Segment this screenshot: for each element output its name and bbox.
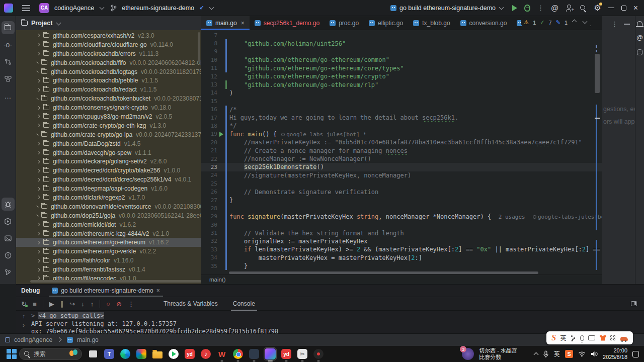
tab-main.go[interactable]: main.go×: [201, 16, 250, 30]
ime-pen-icon[interactable]: [571, 335, 576, 341]
tab-conversion.go[interactable]: conversion.go: [455, 16, 512, 30]
debug-view-tab-Console[interactable]: Console: [229, 298, 259, 309]
chrome-app-icon[interactable]: [232, 348, 244, 360]
tree-item[interactable]: github.com/cespare/xxhash/v2v2.3.0: [16, 31, 201, 40]
chevron-right-icon[interactable]: [37, 187, 40, 191]
youdao2-app-icon[interactable]: yd: [280, 348, 292, 360]
close-tab-icon[interactable]: ×: [241, 20, 245, 27]
youdao-app-icon[interactable]: yd: [184, 348, 196, 360]
tree-item[interactable]: github.com/DataDog/zstdv1.4.5: [16, 139, 201, 148]
teams-app-icon[interactable]: T: [103, 348, 115, 360]
git-toolwindow-button[interactable]: [2, 266, 15, 279]
code-line[interactable]: 15: [201, 97, 602, 105]
tree-item[interactable]: github.com/consensys/gnark-cryptov0.18.0: [16, 103, 201, 112]
ide-app-icon[interactable]: [264, 348, 276, 360]
window-minimize-button[interactable]: [608, 8, 614, 9]
prev-problem-icon[interactable]: [572, 20, 577, 25]
view-breakpoints-button[interactable]: ○: [106, 301, 110, 307]
settings-gear-icon[interactable]: ⚙: [594, 3, 601, 13]
tab-secp256k1_demo.go[interactable]: secp256k1_demo.go: [250, 16, 325, 30]
code-line[interactable]: 8 "github.com/holiman/uint256": [201, 39, 602, 47]
chevron-right-icon[interactable]: [37, 178, 40, 182]
code-line[interactable]: 20 //masterPrivateKeyHex := "0xb5d01c704…: [201, 138, 602, 146]
mute-breakpoints-button[interactable]: ⊘: [116, 301, 122, 307]
chevron-right-icon[interactable]: [37, 151, 40, 154]
step-into-button[interactable]: ↓: [81, 301, 85, 307]
speaker-icon[interactable]: [591, 351, 598, 357]
code-line[interactable]: 22 //nonceManager := NewNonceManager(): [201, 155, 602, 163]
notifications-bell-icon[interactable]: [637, 21, 642, 26]
dark-app-icon[interactable]: [248, 348, 260, 360]
code-line[interactable]: 32 originalHex := masterPrivateKeyHex: [201, 237, 602, 245]
chevron-down-icon[interactable]: [499, 5, 504, 10]
tree-item[interactable]: github.com/cockroachdb/logtagsv0.0.0-202…: [16, 67, 201, 76]
chevron-right-icon[interactable]: [37, 124, 40, 127]
ai-assistant-icon[interactable]: @: [551, 4, 558, 12]
branch-name[interactable]: ethereum-signature-demo: [122, 5, 194, 12]
terminal-toolwindow-button[interactable]: [2, 232, 15, 245]
ime-language-mode[interactable]: 英: [560, 334, 567, 342]
project-name[interactable]: codingAgence: [54, 5, 94, 12]
sports-score-widget[interactable]: 切尔西 - 水晶宫 比赛分数: [479, 347, 517, 360]
code-line[interactable]: 24 //signature(masterPrivateKeyHex, nonc…: [201, 171, 602, 179]
chevron-right-icon[interactable]: [37, 169, 40, 172]
code-line[interactable]: 35 }: [201, 262, 602, 270]
chevron-right-icon[interactable]: [37, 232, 40, 235]
chevron-right-icon[interactable]: [36, 206, 38, 208]
tree-item[interactable]: github.com/cpuguy83/go-md2man/v2v2.0.5: [16, 112, 201, 121]
tree-item[interactable]: github.com/fatih/colorv1.16.0: [16, 256, 201, 265]
run-toolwindow-button[interactable]: [2, 215, 15, 228]
rerun-button[interactable]: ↻: [21, 301, 27, 307]
step-over-button[interactable]: ↪: [69, 301, 75, 307]
chevron-right-icon[interactable]: [36, 70, 38, 72]
chevron-right-icon[interactable]: [36, 98, 38, 100]
code-line[interactable]: 27}: [201, 196, 602, 204]
debug-view-tab-Threads & Variables[interactable]: Threads & Variables: [159, 298, 222, 309]
tree-item[interactable]: github.com/cloudflare/cloudflare-gov0.11…: [16, 40, 201, 49]
chevron-right-icon[interactable]: [37, 88, 40, 92]
editor-scrollbar[interactable]: [595, 31, 601, 273]
scrollbar-thumb[interactable]: [595, 54, 600, 93]
run-configuration[interactable]: go build ethereum-signature-demo: [390, 5, 505, 12]
chevron-right-icon[interactable]: [37, 268, 40, 272]
ime-toolbox-icon[interactable]: [610, 335, 616, 341]
stop-button[interactable]: ■: [33, 301, 37, 307]
scroll-up-icon[interactable]: ↑: [22, 313, 25, 320]
ime-skin-icon[interactable]: [600, 335, 606, 341]
notifications-options-icon[interactable]: ⋮: [611, 20, 618, 28]
tree-item[interactable]: github.com/donovanhide/eventsourcev0.0.0…: [16, 202, 201, 211]
tree-item[interactable]: github.com/cockroachdb/redactv1.1.5: [16, 85, 201, 94]
tree-item[interactable]: github.com/deckarep/golang-set/v2v2.6.0: [16, 157, 201, 166]
code-line[interactable]: 14): [201, 89, 602, 97]
code-line[interactable]: 21 // Create a nonce manager for managin…: [201, 146, 602, 154]
chevron-right-icon[interactable]: [37, 196, 40, 199]
chevron-right-icon[interactable]: [37, 79, 40, 82]
wps-app-icon[interactable]: W: [216, 348, 228, 360]
input-language-indicator[interactable]: 英: [554, 350, 560, 358]
chevron-right-icon[interactable]: [37, 160, 40, 163]
code-line[interactable]: 7: [201, 31, 602, 39]
tree-item[interactable]: github.com/cockroachdb/pebblev1.1.5: [16, 76, 201, 85]
tree-item[interactable]: github.com/crate-crypto/go-eth-kzgv1.3.0: [16, 121, 201, 130]
debug-toolwindow-button[interactable]: [2, 198, 15, 211]
code-line[interactable]: 25: [201, 179, 602, 188]
recorder-app-icon[interactable]: [312, 348, 325, 360]
tray-overflow-icon[interactable]: [534, 352, 539, 357]
main-menu-icon[interactable]: [22, 5, 30, 11]
start-button[interactable]: [2, 348, 14, 360]
office-app-icon[interactable]: [135, 348, 147, 360]
ime-mic-icon[interactable]: [580, 335, 584, 341]
ime-keyboard-icon[interactable]: [588, 335, 595, 340]
tree-item[interactable]: github.com/ethereum/go-ethereumv1.16.2: [16, 238, 201, 247]
code-line[interactable]: 30: [201, 221, 602, 229]
edge-app-icon[interactable]: [119, 348, 131, 360]
pull-requests-button[interactable]: [2, 55, 15, 68]
tree-item[interactable]: github.com/decred/dcrd/dcrec/secp256k1/v…: [16, 175, 201, 184]
search-everywhere-icon[interactable]: [580, 5, 587, 12]
tree-horizontal-scrollbar[interactable]: [30, 280, 201, 283]
run-button[interactable]: [512, 5, 517, 11]
chevron-right-icon[interactable]: [37, 52, 40, 55]
tree-item[interactable]: github.com/crate-crypto/go-ipav0.0.0-202…: [16, 130, 201, 139]
statusbar-project[interactable]: codingAgence: [14, 336, 52, 343]
sports-widget-icon[interactable]: 3: [462, 348, 474, 360]
